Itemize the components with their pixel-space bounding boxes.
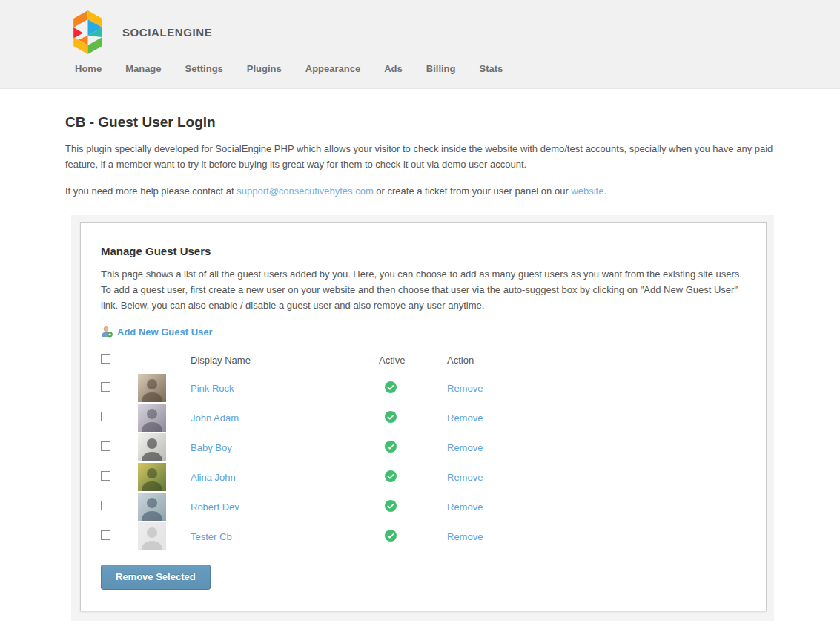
- table-row: Baby Boy Remove: [101, 433, 531, 462]
- remove-link[interactable]: Remove: [447, 442, 483, 453]
- active-check-icon[interactable]: [385, 381, 397, 393]
- table-row: Alina John Remove: [101, 462, 531, 492]
- add-new-guest-user-label: Add New Guest User: [117, 326, 213, 338]
- add-new-guest-user-link[interactable]: Add New Guest User: [101, 326, 213, 338]
- page-title: CB - Guest User Login: [65, 114, 775, 131]
- active-check-icon[interactable]: [385, 441, 397, 453]
- nav-item-ads[interactable]: Ads: [384, 58, 403, 80]
- support-email-link[interactable]: support@consecutivebytes.com: [237, 185, 373, 197]
- user-avatar: [138, 463, 166, 491]
- user-avatar: [138, 433, 166, 461]
- brand-wordmark: SOCIALENGINE: [122, 26, 212, 39]
- nav-item-settings[interactable]: Settings: [185, 58, 223, 80]
- guest-users-table: Display Name Active Action Pink Rock Rem…: [101, 349, 531, 551]
- site-header: SOCIALENGINE Home Manage Settings Plugin…: [0, 0, 840, 89]
- action-header: Action: [447, 355, 516, 366]
- row-checkbox[interactable]: [101, 412, 110, 421]
- default-user-avatar: [138, 522, 166, 550]
- user-name-link[interactable]: Robert Dev: [191, 501, 239, 513]
- remove-link[interactable]: Remove: [447, 472, 483, 483]
- logo-link[interactable]: SOCIALENGINE: [67, 9, 212, 56]
- display-name-header: Display Name: [191, 355, 379, 366]
- active-check-icon[interactable]: [385, 530, 397, 542]
- help-middle: or create a ticket from your user panel …: [374, 185, 572, 197]
- user-name-link[interactable]: John Adam: [191, 412, 239, 424]
- row-checkbox[interactable]: [101, 471, 110, 481]
- help-suffix: .: [603, 185, 606, 197]
- row-checkbox[interactable]: [101, 382, 110, 392]
- nav-item-manage[interactable]: Manage: [125, 58, 161, 80]
- remove-link[interactable]: Remove: [447, 501, 483, 513]
- user-name-link[interactable]: Baby Boy: [191, 442, 232, 453]
- active-header: Active: [379, 355, 447, 366]
- user-name-link[interactable]: Tester Cb: [191, 531, 232, 542]
- nav-item-home[interactable]: Home: [75, 58, 102, 80]
- help-prefix: If you need more help please contact at: [65, 185, 237, 197]
- panel-description: This page shows a list of all the guest …: [101, 266, 745, 313]
- remove-link[interactable]: Remove: [447, 412, 483, 424]
- website-link[interactable]: website: [571, 185, 603, 197]
- main-content: CB - Guest User Login This plugin specia…: [0, 114, 840, 199]
- nav-item-appearance[interactable]: Appearance: [305, 58, 360, 80]
- main-nav: Home Manage Settings Plugins Appearance …: [0, 58, 840, 80]
- user-add-icon: [101, 326, 113, 338]
- remove-selected-button[interactable]: Remove Selected: [101, 565, 211, 590]
- user-name-link[interactable]: Alina John: [191, 472, 236, 483]
- socialengine-logo-icon: [67, 9, 109, 56]
- user-avatar: [138, 493, 166, 521]
- user-avatar: [138, 404, 166, 432]
- logo-row: SOCIALENGINE: [0, 0, 840, 58]
- panel-wrapper: Manage Guest Users This page shows a lis…: [71, 215, 774, 621]
- manage-guest-users-panel: Manage Guest Users This page shows a lis…: [80, 222, 767, 611]
- table-row: Pink Rock Remove: [101, 373, 531, 403]
- user-avatar: [138, 374, 166, 402]
- row-checkbox[interactable]: [101, 530, 110, 540]
- row-checkbox[interactable]: [101, 501, 110, 510]
- select-all-checkbox[interactable]: [101, 354, 110, 364]
- row-checkbox[interactable]: [101, 441, 110, 451]
- user-name-link[interactable]: Pink Rock: [191, 383, 234, 394]
- active-check-icon[interactable]: [385, 411, 397, 423]
- table-row: John Adam Remove: [101, 403, 531, 433]
- nav-item-plugins[interactable]: Plugins: [247, 58, 282, 80]
- remove-link[interactable]: Remove: [447, 531, 483, 542]
- active-check-icon[interactable]: [385, 500, 397, 512]
- nav-item-billing[interactable]: Billing: [426, 58, 456, 80]
- plugin-description-body: This plugin specially developed for Soci…: [65, 143, 773, 170]
- nav-item-stats[interactable]: Stats: [479, 58, 503, 80]
- table-row: Tester Cb Remove: [101, 522, 531, 551]
- table-row: Robert Dev Remove: [101, 492, 531, 522]
- active-check-icon[interactable]: [385, 470, 397, 482]
- table-header-row: Display Name Active Action: [101, 349, 531, 370]
- panel-heading: Manage Guest Users: [101, 245, 745, 257]
- remove-link[interactable]: Remove: [447, 383, 483, 394]
- help-text: If you need more help please contact at …: [65, 183, 775, 199]
- plugin-description-text: This plugin specially developed for Soci…: [65, 141, 775, 172]
